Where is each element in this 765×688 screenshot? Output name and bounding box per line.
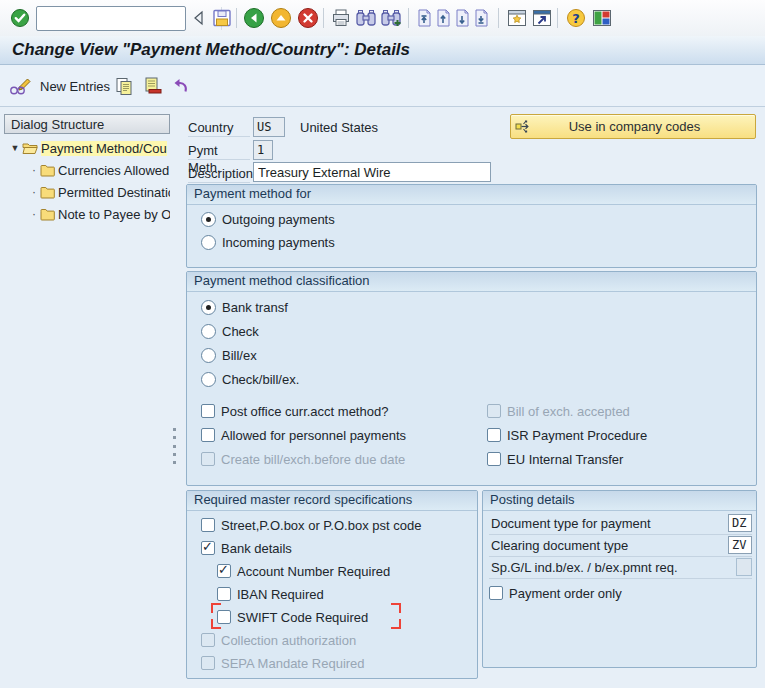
spgl-indicator-field[interactable]: [736, 558, 752, 576]
checkbox-icon: [201, 656, 215, 670]
folder-icon: [40, 208, 55, 221]
checkbox-label: Street,P.O.box or P.O.box pst code: [221, 518, 421, 533]
radio-icon: [201, 372, 216, 387]
radio-incoming-payments[interactable]: Incoming payments: [201, 232, 335, 252]
sidebar-item-permitted-destination[interactable]: · Permitted Destinatio: [4, 182, 172, 202]
radio-icon: [201, 212, 216, 227]
checkbox-payment-order-only[interactable]: Payment order only: [489, 583, 622, 603]
radio-check-bill-ex[interactable]: Check/bill/ex.: [201, 369, 299, 389]
next-page-icon[interactable]: [452, 7, 472, 29]
open-folder-icon: [22, 142, 38, 155]
new-session-icon[interactable]: [505, 7, 529, 29]
checkbox-label: Allowed for personnel payments: [221, 428, 406, 443]
tree-item-label: Currencies Allowed: [58, 163, 170, 178]
checkbox-allowed-personnel-payments[interactable]: Allowed for personnel payments: [201, 425, 406, 445]
checkbox-label: Collection authorization: [221, 633, 356, 648]
checkbox-isr-payment-procedure[interactable]: ISR Payment Procedure: [487, 425, 647, 445]
new-entries-button[interactable]: New Entries: [38, 77, 112, 97]
radio-bank-transf[interactable]: Bank transf: [201, 297, 288, 317]
use-in-company-codes-button[interactable]: Use in company codes: [510, 114, 756, 139]
checkbox-label: Payment order only: [509, 586, 622, 601]
help-icon[interactable]: ?: [564, 7, 588, 29]
description-input[interactable]: [253, 162, 491, 182]
where-used-icon: [515, 118, 532, 135]
delete-entries-icon[interactable]: [140, 75, 164, 97]
checkbox-create-bill-exch-before-due[interactable]: Create bill/exch.before due date: [201, 449, 405, 469]
panel-splitter[interactable]: [173, 428, 177, 464]
master-record-group: Required master record specifications St…: [186, 490, 478, 679]
create-shortcut-icon[interactable]: [530, 7, 554, 29]
customize-layout-icon[interactable]: [590, 7, 614, 29]
group-title: Payment method classification: [187, 272, 756, 292]
bullet-icon: ·: [28, 185, 40, 199]
tree-item-label: Payment Method/Count: [41, 141, 167, 156]
sidebar-item-payment-method-country[interactable]: ▼ Payment Method/Count: [4, 138, 172, 158]
checkbox-icon: [489, 586, 503, 600]
checkbox-label: IBAN Required: [237, 587, 324, 602]
radio-check[interactable]: Check: [201, 321, 259, 341]
checkbox-account-number-required[interactable]: Account Number Required: [217, 561, 390, 581]
toolbar-separator: [498, 8, 499, 28]
clearing-document-type-field[interactable]: ZV: [728, 536, 752, 554]
tree-item-label: Note to Payee by Or: [58, 207, 170, 222]
save-icon[interactable]: [210, 7, 234, 29]
exit-icon[interactable]: [269, 7, 293, 29]
find-next-icon[interactable]: [379, 7, 403, 29]
checkbox-label: ISR Payment Procedure: [507, 428, 647, 443]
checkbox-iban-required[interactable]: IBAN Required: [217, 584, 324, 604]
previous-page-icon[interactable]: [433, 7, 453, 29]
field-row-spgl-indicator: Sp.G/L ind.b/ex. / b/ex.pmnt req.: [489, 556, 752, 579]
field-label: Clearing document type: [489, 538, 628, 553]
checkbox-icon: [201, 428, 215, 442]
print-icon[interactable]: [329, 7, 353, 29]
change-display-icon[interactable]: [8, 75, 32, 97]
checkbox-swift-code-required[interactable]: SWIFT Code Required: [217, 607, 368, 627]
checkbox-bank-details[interactable]: Bank details: [201, 538, 292, 558]
checkbox-label: Account Number Required: [237, 564, 390, 579]
checkbox-collection-authorization[interactable]: Collection authorization: [201, 630, 356, 650]
description-label: Description: [188, 165, 250, 183]
checkbox-icon: [217, 564, 231, 578]
first-page-icon[interactable]: [414, 7, 434, 29]
expander-icon[interactable]: ▼: [8, 143, 22, 153]
checkbox-bill-of-exch-accepted[interactable]: Bill of exch. accepted: [487, 401, 630, 421]
collapse-icon[interactable]: [190, 7, 206, 29]
command-field[interactable]: ▼: [36, 6, 186, 31]
checkbox-icon: [201, 404, 215, 418]
checkbox-label: EU Internal Transfer: [507, 452, 623, 467]
radio-outgoing-payments[interactable]: Outgoing payments: [201, 209, 335, 229]
pymt-meth-field[interactable]: 1: [253, 140, 273, 160]
enter-icon[interactable]: [8, 7, 32, 29]
system-toolbar: ▼: [0, 0, 765, 37]
field-row-clearing-doc-type: Clearing document type ZV: [489, 534, 752, 557]
folder-icon: [40, 186, 55, 199]
radio-label: Bank transf: [222, 300, 288, 315]
country-field[interactable]: US: [253, 117, 285, 137]
checkbox-street-pobox[interactable]: Street,P.O.box or P.O.box pst code: [201, 515, 421, 535]
sidebar-item-note-to-payee[interactable]: · Note to Payee by Or: [4, 204, 172, 224]
radio-bill-ex[interactable]: Bill/ex: [201, 345, 257, 365]
copy-entries-icon[interactable]: [112, 75, 136, 97]
checkbox-eu-internal-transfer[interactable]: EU Internal Transfer: [487, 449, 623, 469]
sap-gui-window: ▼: [0, 0, 765, 688]
find-icon[interactable]: [354, 7, 378, 29]
document-type-field[interactable]: DZ: [728, 514, 752, 532]
back-icon[interactable]: [242, 7, 266, 29]
radio-label: Incoming payments: [222, 235, 335, 250]
bullet-icon: ·: [28, 207, 40, 221]
classification-group: Payment method classification Bank trans…: [186, 271, 757, 486]
bullet-icon: ·: [28, 163, 40, 177]
radio-icon: [201, 348, 216, 363]
checkbox-label: Create bill/exch.before due date: [221, 452, 405, 467]
last-page-icon[interactable]: [471, 7, 491, 29]
checkbox-label: Post office curr.acct method?: [221, 404, 388, 419]
folder-icon: [40, 164, 55, 177]
undo-icon[interactable]: [168, 75, 192, 97]
checkbox-sepa-mandate-required[interactable]: SEPA Mandate Required: [201, 653, 365, 673]
checkbox-post-office-curr-acct[interactable]: Post office curr.acct method?: [201, 401, 388, 421]
sidebar-item-currencies-allowed[interactable]: · Currencies Allowed: [4, 160, 172, 180]
cancel-icon[interactable]: [296, 7, 320, 29]
radio-label: Outgoing payments: [222, 212, 335, 227]
radio-label: Bill/ex: [222, 348, 257, 363]
toolbar-separator: [557, 8, 558, 28]
